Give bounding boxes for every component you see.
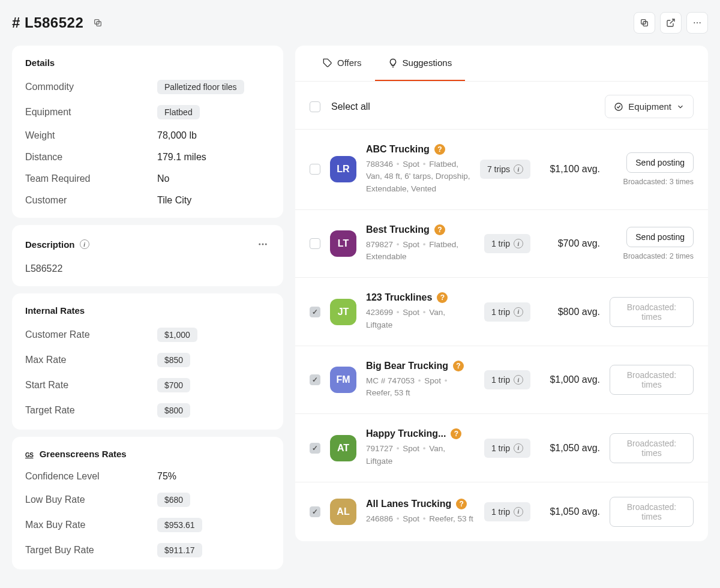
copy-id-button[interactable] (91, 16, 105, 30)
carrier-info: Big Bear Trucking?MC # 747053 • Spot • R… (366, 361, 475, 400)
team-required-value: No (157, 173, 169, 184)
carrier-checkbox[interactable] (310, 238, 320, 249)
carrier-row: JT123 Trucklines?423699 • Spot • Van, Li… (295, 277, 708, 346)
offers-panel: Offers Suggestions Select all Equipment (295, 46, 708, 541)
description-card: Description L586522 (12, 225, 283, 286)
svg-point-6 (697, 22, 698, 23)
carrier-average-rate: $1,100 avg. (540, 164, 600, 175)
tag-icon (323, 58, 332, 68)
svg-line-4 (670, 19, 674, 23)
greenscreens-title: Greenscreens Rates (40, 449, 127, 459)
copy-icon (640, 18, 649, 28)
trips-badge[interactable]: 1 trip (484, 302, 530, 322)
carrier-info: Best Trucking?879827 • Spot • Flatbed, E… (366, 224, 475, 263)
description-value: L586522 (25, 263, 270, 274)
svg-point-10 (265, 244, 267, 245)
trips-badge[interactable]: 1 trip (484, 370, 530, 389)
question-badge-icon[interactable]: ? (456, 499, 467, 509)
carrier-info: All Lanes Trucking?246886 • Spot • Reefe… (366, 499, 475, 525)
svg-point-9 (262, 244, 264, 245)
team-required-label: Team Required (25, 173, 157, 184)
carrier-avatar: LT (330, 230, 356, 257)
max-rate-value: $850 (157, 353, 190, 367)
max-buy-rate-value: $953.61 (157, 518, 202, 532)
equipment-label: Equipment (25, 107, 157, 118)
carrier-meta: 879827 • Spot • Flatbed, Extendable (366, 239, 474, 263)
tab-suggestions[interactable]: Suggestions (375, 46, 466, 81)
low-buy-rate-value: $680 (157, 493, 190, 507)
carrier-meta: 788346 • Spot • Flatbed, Van, 48 ft, 6' … (366, 158, 470, 195)
confidence-value: 75% (157, 471, 176, 482)
equipment-filter-label: Equipment (628, 101, 671, 112)
carrier-checkbox[interactable] (310, 443, 320, 454)
info-icon (514, 239, 523, 248)
broadcasted-status-button: Broadcasted: times (610, 497, 694, 527)
carrier-name: ABC Trucking (366, 144, 430, 155)
question-badge-icon[interactable]: ? (434, 224, 445, 235)
more-menu-button[interactable] (686, 12, 708, 34)
broadcasted-count: Broadcasted: 2 times (610, 252, 694, 260)
max-rate-label: Max Rate (25, 355, 157, 365)
send-posting-button[interactable]: Send posting (626, 227, 694, 247)
carrier-info: 123 Trucklines?423699 • Spot • Van, Lift… (366, 292, 475, 331)
question-badge-icon[interactable]: ? (434, 144, 445, 155)
question-badge-icon[interactable]: ? (453, 361, 464, 371)
trips-badge[interactable]: 7 trips (480, 160, 530, 179)
commodity-label: Commodity (25, 82, 157, 92)
carrier-row: ALAll Lanes Trucking?246886 • Spot • Ree… (295, 482, 708, 541)
carrier-meta: MC # 747053 • Spot • Reefer, 53 ft (366, 375, 474, 400)
select-all-label: Select all (331, 101, 370, 112)
carrier-average-rate: $1,050 avg. (540, 506, 600, 517)
carrier-average-rate: $1,050 avg. (540, 443, 600, 454)
equipment-value: Flatbed (157, 105, 200, 119)
question-badge-icon[interactable]: ? (451, 428, 461, 439)
svg-point-7 (700, 22, 701, 23)
trips-badge[interactable]: 1 trip (484, 502, 530, 521)
send-posting-button[interactable]: Send posting (626, 152, 694, 173)
tab-suggestions-label: Suggestions (403, 58, 452, 68)
internal-rates-title: Internal Rates (25, 305, 270, 316)
info-icon[interactable] (80, 239, 89, 249)
carrier-checkbox[interactable] (310, 506, 320, 517)
greenscreens-card: GS Greenscreens Rates Confidence Level 7… (12, 437, 283, 569)
trips-badge[interactable]: 1 trip (484, 439, 530, 458)
broadcasted-count: Broadcasted: 3 times (610, 178, 694, 186)
carrier-checkbox[interactable] (310, 307, 320, 317)
carrier-action-column: Broadcasted: times (610, 433, 694, 463)
carrier-name: Best Trucking (366, 224, 430, 235)
carrier-row: LTBest Trucking?879827 • Spot • Flatbed,… (295, 209, 708, 278)
select-all-checkbox[interactable] (310, 101, 320, 112)
question-badge-icon[interactable]: ? (437, 292, 448, 303)
carrier-name: Happy Trucking... (366, 428, 446, 439)
carrier-meta: 791727 • Spot • Van, Liftgate (366, 443, 474, 467)
description-more-button[interactable] (256, 237, 270, 251)
carrier-action-column: Send postingBroadcasted: 2 times (610, 227, 694, 260)
carrier-checkbox[interactable] (310, 164, 320, 175)
weight-value: 78,000 lb (157, 130, 197, 141)
customer-label: Customer (25, 195, 157, 206)
lightbulb-icon (388, 58, 398, 68)
copy-icon (93, 18, 103, 28)
carrier-name: Big Bear Trucking (366, 361, 448, 371)
commodity-value: Palletized floor tiles (157, 80, 244, 94)
broadcasted-status-button: Broadcasted: times (610, 297, 694, 327)
duplicate-button[interactable] (634, 12, 655, 34)
carrier-row: ATHappy Trucking...?791727 • Spot • Van,… (295, 413, 708, 482)
confidence-label: Confidence Level (25, 471, 157, 482)
info-icon (514, 307, 523, 317)
target-rate-value: $800 (157, 403, 190, 418)
carrier-average-rate: $700 avg. (540, 238, 600, 249)
tab-offers[interactable]: Offers (310, 46, 375, 81)
open-external-button[interactable] (660, 12, 682, 34)
equipment-filter-button[interactable]: Equipment (605, 95, 694, 118)
svg-point-5 (694, 22, 695, 23)
trips-badge[interactable]: 1 trip (484, 234, 530, 253)
info-icon (514, 443, 523, 453)
target-rate-label: Target Rate (25, 405, 157, 416)
low-buy-rate-label: Low Buy Rate (25, 494, 157, 505)
info-icon (514, 164, 523, 174)
more-horizontal-icon (692, 18, 702, 28)
customer-value: Tile City (157, 195, 191, 206)
carrier-checkbox[interactable] (310, 374, 320, 385)
carrier-row: LRABC Trucking?788346 • Spot • Flatbed, … (295, 129, 708, 209)
